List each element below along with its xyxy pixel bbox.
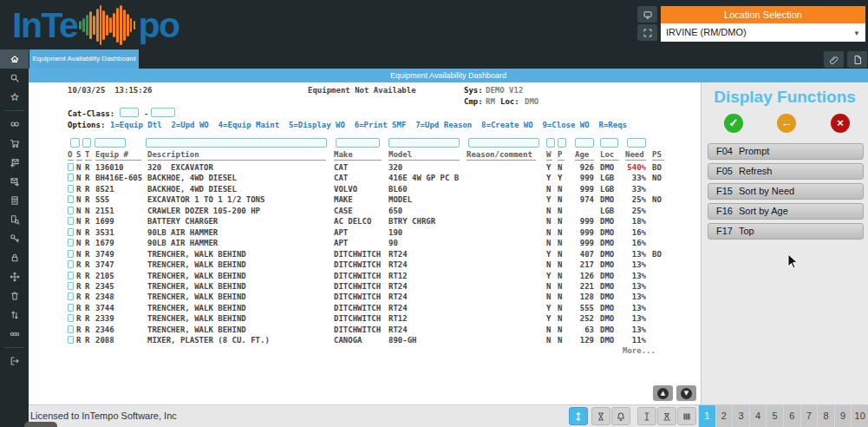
row-checkbox[interactable] — [68, 292, 74, 300]
row-checkbox[interactable] — [68, 163, 74, 171]
display-icon[interactable] — [637, 6, 657, 23]
bell-icon[interactable] — [611, 407, 630, 425]
column-filter-input[interactable] — [600, 138, 618, 148]
cell-equip: 2339 — [95, 314, 114, 324]
back-arrow-icon[interactable]: ← — [777, 114, 796, 133]
table-row: RR2339TRENCHER, WALK BEHINDDITCHWITCHRT1… — [29, 314, 701, 325]
hourglass-icon[interactable] — [591, 407, 610, 425]
cat-class-from-input[interactable] — [120, 108, 139, 117]
fullscreen-icon[interactable] — [637, 24, 657, 41]
sys-label: Sys: — [464, 86, 483, 95]
page-button-7[interactable]: 7 — [800, 405, 818, 427]
page-button-1[interactable]: 1 — [698, 405, 715, 427]
page-button-9[interactable]: 9 — [834, 405, 852, 427]
cart-icon[interactable] — [0, 134, 29, 153]
column-filter-input[interactable] — [146, 138, 327, 148]
cell-need: 13% — [617, 272, 646, 281]
logout-icon[interactable] — [0, 351, 29, 371]
column-filter-input[interactable] — [82, 138, 91, 148]
row-checkbox[interactable] — [68, 217, 74, 225]
mail-reply-icon[interactable] — [0, 153, 29, 172]
hourglass-done-icon[interactable] — [657, 407, 676, 425]
cell-make: DITCHWITCH — [334, 304, 381, 313]
column-filter-input[interactable] — [627, 138, 646, 148]
page-button-2[interactable]: 2 — [715, 405, 733, 427]
cell-need: 16% — [617, 239, 646, 248]
column-filter-input[interactable] — [336, 138, 380, 148]
cancel-x-icon[interactable]: × — [831, 114, 850, 133]
column-filter-input[interactable] — [546, 138, 555, 148]
row-checkbox[interactable] — [68, 239, 74, 246]
column-filter-input[interactable] — [468, 138, 539, 148]
move-icon[interactable] — [0, 267, 29, 286]
paperclip-icon[interactable] — [824, 51, 844, 68]
cell-w: N — [546, 185, 551, 194]
swap-icon[interactable] — [0, 305, 29, 325]
row-checkbox[interactable] — [68, 207, 74, 214]
trash-icon[interactable] — [0, 286, 29, 305]
tags-icon[interactable] — [0, 325, 29, 344]
cell-age: 126 — [573, 272, 594, 281]
function-button-f17[interactable]: F17Top — [708, 223, 864, 240]
cell-w: N — [546, 282, 551, 292]
function-button-f04[interactable]: F04Prompt — [708, 143, 864, 160]
cell-equip: 3749 — [95, 250, 114, 259]
row-checkbox[interactable] — [68, 314, 74, 322]
cell-p: Y — [558, 174, 562, 183]
page-up-button[interactable]: ▲ — [653, 385, 673, 401]
home-icon[interactable] — [0, 49, 29, 69]
text-cursor-icon[interactable] — [637, 407, 656, 425]
doc-search-icon[interactable] — [0, 210, 29, 229]
more-indicator[interactable]: More... — [623, 346, 656, 356]
row-checkbox[interactable] — [68, 272, 74, 279]
page-button-8[interactable]: 8 — [817, 405, 834, 427]
column-filter-input[interactable] — [575, 138, 594, 148]
table-row: RR2348TRENCHER, WALK BEHINDDITCHWITCHRT2… — [29, 292, 701, 303]
row-checkbox[interactable] — [68, 250, 74, 258]
mail-forward-icon[interactable] — [0, 172, 29, 191]
function-button-f16[interactable]: F16Sort by Age — [708, 203, 864, 220]
lock-icon[interactable] — [0, 248, 29, 267]
table-row: NRSS5EXCAVATOR 1 TO 1 1/2 TONSMAKEMODELY… — [29, 195, 701, 206]
column-filter-input[interactable] — [388, 138, 460, 148]
table-row: RR8521BACKHOE, 4WD DIESELVOLVOBL60NNLGB9… — [29, 185, 701, 195]
page-button-3[interactable]: 3 — [732, 405, 749, 427]
cell-p: N — [558, 260, 562, 270]
row-checkbox[interactable] — [68, 185, 74, 193]
column-filter-input[interactable] — [70, 138, 80, 148]
page-button-4[interactable]: 4 — [749, 405, 767, 427]
search-icon[interactable] — [0, 69, 29, 88]
row-checkbox[interactable] — [68, 195, 74, 203]
key-icon[interactable] — [0, 229, 29, 248]
options-list[interactable]: 1=Equip Dtl 2=Upd WO 4=Equip Maint 5=Dis… — [110, 121, 627, 130]
page-button-6[interactable]: 6 — [783, 405, 800, 427]
cell-w: N — [546, 292, 551, 302]
table-row: NRBH416E-605BACKHOE, 4WD DIESELCAT416E 4… — [29, 174, 701, 184]
row-checkbox[interactable] — [68, 325, 74, 333]
function-button-f15[interactable]: F15Sort by Need — [708, 183, 864, 200]
location-select[interactable]: IRVINE (RM/DMO) ▼ — [661, 23, 865, 42]
column-filter-input[interactable] — [95, 138, 126, 148]
confirm-check-icon[interactable]: ✓ — [724, 114, 743, 133]
links-icon[interactable] — [0, 115, 29, 134]
table-row: RR2088MIXER, PLASTER (8 CU. FT.)CANOGA89… — [29, 336, 701, 346]
tab-equipment-availability-dashboard[interactable]: Equipment Availability Dashboard — [29, 49, 139, 69]
star-icon[interactable] — [0, 88, 29, 107]
column-filter-input[interactable] — [558, 138, 566, 148]
row-checkbox[interactable] — [68, 260, 74, 268]
calculator-icon[interactable] — [0, 191, 29, 210]
row-checkbox[interactable] — [68, 282, 74, 290]
scroll-updown-icon[interactable] — [569, 407, 588, 425]
cell-model: 90 — [388, 239, 398, 248]
page-button-10[interactable]: 10 — [851, 405, 868, 427]
new-doc-icon[interactable] — [847, 51, 867, 68]
row-checkbox[interactable] — [68, 174, 74, 181]
row-checkbox[interactable] — [68, 336, 74, 344]
row-checkbox[interactable] — [68, 304, 74, 312]
page-down-button[interactable]: ▼ — [676, 385, 696, 401]
row-checkbox[interactable] — [68, 228, 74, 236]
page-button-5[interactable]: 5 — [766, 405, 783, 427]
function-button-f05[interactable]: F05Refresh — [708, 163, 864, 180]
cat-class-to-input[interactable] — [151, 108, 175, 117]
barcode-icon[interactable] — [677, 407, 696, 425]
